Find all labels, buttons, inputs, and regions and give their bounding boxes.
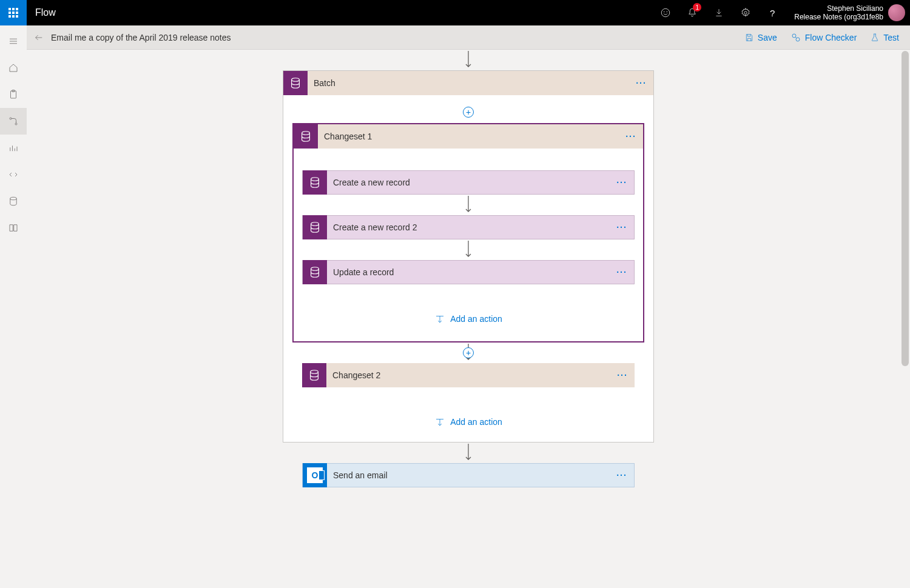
add-action-button[interactable]: Add an action: [434, 412, 502, 432]
scrollbar-thumb[interactable]: [902, 51, 909, 366]
checker-icon: [790, 32, 801, 43]
database-icon: [8, 196, 19, 207]
settings-button[interactable]: [732, 0, 759, 25]
app-launcher[interactable]: [0, 0, 27, 25]
flask-icon: [870, 33, 880, 42]
arrow-left-icon: [34, 33, 44, 42]
svg-point-14: [311, 222, 319, 226]
save-button[interactable]: Save: [744, 33, 777, 42]
card-menu[interactable]: ···: [610, 267, 634, 277]
help-button[interactable]: ?: [759, 0, 786, 25]
svg-point-9: [792, 34, 796, 38]
create-record-action[interactable]: Create a new record ···: [302, 170, 635, 195]
update-record-action[interactable]: Update a record ···: [302, 260, 635, 284]
svg-point-8: [10, 197, 17, 200]
back-button[interactable]: [27, 33, 51, 42]
card-menu[interactable]: ···: [610, 370, 635, 380]
org-name: Release Notes (org3d1fe8b: [794, 13, 883, 21]
flow-icon: [8, 116, 19, 127]
flow-checker-label: Flow Checker: [805, 33, 857, 42]
card-menu[interactable]: ···: [610, 178, 634, 187]
database-icon: [303, 215, 327, 239]
nav-analytics[interactable]: [0, 135, 27, 161]
svg-point-12: [302, 132, 310, 135]
clipboard-icon: [8, 89, 19, 100]
arrow-down-icon: [465, 241, 472, 259]
book-icon: [8, 222, 19, 233]
card-menu[interactable]: ···: [629, 78, 653, 88]
save-label: Save: [758, 33, 777, 42]
add-action-label: Add an action: [450, 314, 502, 324]
changeset2-title: Changeset 2: [326, 370, 610, 380]
flow-title: Email me a copy of the April 2019 releas…: [51, 33, 231, 42]
notifications-button[interactable]: 1: [679, 0, 706, 25]
connector-icon: [8, 169, 19, 180]
nav-hamburger[interactable]: [0, 28, 27, 55]
connector: [465, 195, 472, 215]
svg-point-16: [311, 370, 318, 374]
connector: [465, 239, 472, 260]
action-title: Create a new record 2: [327, 222, 610, 232]
action-title: Create a new record: [327, 178, 610, 187]
designer-toolbar: Email me a copy of the April 2019 releas…: [27, 25, 910, 50]
test-label: Test: [883, 33, 899, 42]
downloads-button[interactable]: [706, 0, 732, 25]
changeset1-card[interactable]: Changeset 1 ··· Create a new record ···: [292, 123, 644, 342]
card-menu[interactable]: ···: [610, 470, 634, 480]
arrow-down-icon: [465, 444, 472, 462]
create-record-2-action[interactable]: Create a new record 2 ···: [302, 215, 635, 239]
batch-card[interactable]: Batch ··· + Changeset 1 ···: [283, 70, 654, 443]
arrow-down-icon: [465, 51, 472, 69]
insert-icon: [434, 416, 445, 427]
app-header: Flow 1 ? Stephen Siciliano Release Notes…: [0, 0, 910, 25]
action-title: Send an email: [327, 470, 610, 480]
add-action-button[interactable]: Add an action: [434, 309, 502, 329]
add-action-label: Add an action: [450, 417, 502, 427]
card-menu[interactable]: ···: [619, 132, 643, 141]
svg-point-13: [311, 178, 319, 181]
hamburger-icon: [8, 36, 19, 47]
svg-point-15: [311, 267, 319, 271]
svg-point-7: [15, 123, 17, 125]
svg-point-6: [10, 118, 12, 119]
left-nav: [0, 25, 27, 588]
nav-approvals[interactable]: [0, 81, 27, 108]
save-icon: [744, 33, 754, 42]
user-name: Stephen Siciliano: [794, 4, 883, 13]
database-icon: [294, 124, 318, 149]
waffle-icon: [8, 8, 18, 18]
app-name: Flow: [27, 0, 64, 25]
feedback-button[interactable]: [652, 0, 679, 25]
connector: +: [465, 342, 472, 363]
test-button[interactable]: Test: [870, 33, 899, 42]
changeset2-card[interactable]: Changeset 2 ···: [302, 363, 635, 387]
send-email-action[interactable]: O Send an email ···: [302, 463, 635, 487]
svg-point-0: [661, 8, 670, 17]
download-icon: [714, 8, 724, 18]
nav-connectors[interactable]: [0, 161, 27, 188]
card-menu[interactable]: ···: [610, 222, 634, 232]
help-icon: ?: [770, 8, 775, 18]
svg-point-11: [292, 78, 300, 82]
svg-point-1: [664, 12, 665, 12]
connector: [465, 443, 472, 463]
nav-flows[interactable]: [0, 108, 27, 135]
action-title: Update a record: [327, 267, 610, 277]
database-icon: [303, 170, 327, 195]
outlook-icon: O: [303, 463, 327, 487]
nav-home[interactable]: [0, 55, 27, 81]
scrollbar[interactable]: [900, 50, 910, 588]
database-icon: [303, 260, 327, 284]
svg-point-3: [744, 12, 747, 15]
smile-icon: [660, 7, 671, 18]
avatar: [888, 4, 905, 21]
nav-data[interactable]: [0, 188, 27, 215]
changeset1-title: Changeset 1: [318, 132, 619, 141]
designer-canvas: Batch ··· + Changeset 1 ···: [27, 50, 910, 588]
svg-point-10: [796, 38, 800, 41]
nav-learn[interactable]: [0, 215, 27, 241]
add-step-button[interactable]: +: [463, 107, 474, 118]
insert-step-button[interactable]: +: [463, 347, 474, 358]
user-menu[interactable]: Stephen Siciliano Release Notes (org3d1f…: [786, 0, 910, 25]
flow-checker-button[interactable]: Flow Checker: [790, 32, 857, 43]
